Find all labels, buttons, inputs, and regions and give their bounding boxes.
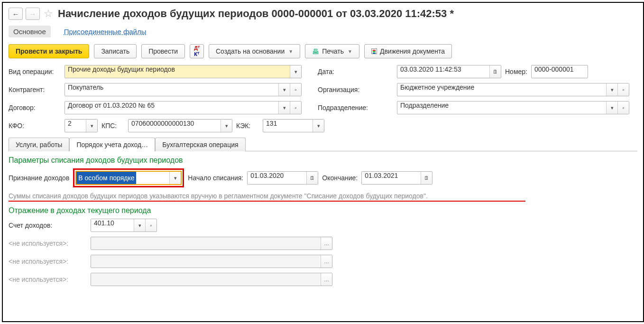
page-title: Начисление доходов будущих периодов 0000… — [58, 8, 454, 20]
tab-income-order[interactable]: Порядок учета доход… — [69, 138, 155, 151]
division-open[interactable]: ▫ — [617, 102, 629, 114]
division-label: Подразделение: — [318, 104, 379, 111]
create-based-label: Создать на основании — [216, 47, 285, 55]
unused-label-3: <не используется>: — [9, 276, 87, 283]
start-date-label: Начало списания: — [188, 174, 243, 182]
recognition-dropdown[interactable]: ▾ — [169, 172, 181, 184]
contragent-dropdown[interactable]: ▾ — [278, 83, 290, 96]
recognition-highlight: В особом порядке ▾ — [73, 168, 184, 187]
post-button[interactable]: Провести — [141, 44, 185, 58]
account-label: Счет доходов: — [9, 222, 87, 229]
date-input[interactable]: 03.03.2020 11:42:53 — [397, 65, 489, 78]
contract-label: Договор: — [9, 104, 61, 111]
op-type-label: Вид операции: — [9, 68, 61, 75]
end-date-input[interactable]: 01.03.2021 — [362, 172, 421, 184]
contract-open[interactable]: ▫ — [290, 102, 301, 114]
unused-label-2: <не используется>: — [9, 258, 87, 265]
print-button[interactable]: 🖶 Печать ▼ — [305, 44, 359, 58]
print-label: Печать — [322, 47, 344, 55]
chevron-down-icon: ▼ — [348, 49, 352, 54]
document-movements-button[interactable]: Движения документа — [364, 44, 452, 58]
printer-icon: 🖶 — [312, 47, 319, 56]
account-dropdown[interactable]: ▾ — [134, 219, 145, 231]
calendar-icon[interactable]: 🗓 — [421, 172, 432, 184]
contract-dropdown[interactable]: ▾ — [278, 102, 290, 114]
calendar-icon[interactable]: 🗓 — [489, 65, 501, 78]
document-icon — [371, 48, 377, 54]
debit-credit-button[interactable]: ДᵀКᵀ — [190, 44, 204, 58]
number-label: Номер: — [505, 68, 527, 75]
writeoff-note: Суммы списания доходов будущих периодов … — [9, 192, 428, 200]
division-dropdown[interactable]: ▾ — [606, 102, 617, 114]
favorite-star-icon[interactable]: ☆ — [44, 8, 53, 20]
unused-open-3[interactable]: … — [321, 273, 332, 286]
kps-input[interactable]: 07060000000000130 — [129, 120, 221, 132]
save-button[interactable]: Записать — [94, 44, 137, 58]
op-type-input[interactable]: Прочие доходы будущих периодов — [65, 65, 290, 78]
op-type-dropdown[interactable]: ▾ — [290, 65, 301, 78]
org-label: Организация: — [318, 86, 370, 93]
unused-open-1[interactable]: … — [321, 237, 332, 250]
number-input[interactable]: 0000-000001 — [532, 65, 588, 78]
unused-label-1: <не используется>: — [9, 240, 87, 247]
chevron-down-icon: ▼ — [288, 49, 293, 54]
back-button[interactable]: ← — [9, 8, 23, 20]
movements-label: Движения документа — [380, 47, 445, 55]
end-date-label: Окончание: — [322, 174, 358, 182]
unused-input-1 — [91, 237, 321, 250]
forward-button[interactable]: → — [26, 8, 40, 20]
date-label: Дата: — [318, 68, 342, 75]
account-input[interactable]: 401.10 — [91, 219, 134, 231]
calendar-icon[interactable]: 🗓 — [306, 172, 318, 184]
contragent-input[interactable]: Покупатель — [65, 83, 278, 96]
kfo-input[interactable]: 2 — [65, 120, 86, 132]
division-input[interactable]: Подразделение — [397, 102, 606, 114]
tab-accounting-op[interactable]: Бухгалтерская операция — [155, 138, 245, 151]
kek-dropdown[interactable]: ▾ — [313, 120, 324, 132]
start-date-input[interactable]: 01.03.2020 — [248, 172, 306, 184]
create-based-on-button[interactable]: Создать на основании ▼ — [209, 44, 300, 58]
org-dropdown[interactable]: ▾ — [606, 83, 617, 96]
unused-input-3 — [91, 273, 321, 286]
subtab-files[interactable]: Присоединенные файлы — [59, 26, 151, 37]
kek-label: КЭК: — [236, 122, 259, 130]
subtab-main[interactable]: Основное — [9, 26, 51, 37]
kfo-dropdown[interactable]: ▾ — [86, 120, 97, 132]
tab-services[interactable]: Услуги, работы — [9, 138, 69, 151]
contract-input[interactable]: Договор от 01.03.2020 № 65 — [65, 102, 278, 114]
contragent-open[interactable]: ▫ — [290, 83, 301, 96]
contragent-label: Контрагент: — [9, 86, 61, 93]
kek-input[interactable]: 131 — [263, 120, 313, 132]
kfo-label: КФО: — [9, 122, 61, 130]
debit-credit-icon: ДᵀКᵀ — [194, 45, 200, 57]
params-section-title: Параметры списания доходов будущих перио… — [9, 156, 637, 165]
account-open[interactable]: ▫ — [145, 219, 156, 231]
org-input[interactable]: Бюджетное учреждение — [397, 83, 606, 96]
kps-label: КПС: — [101, 122, 124, 130]
recognition-input[interactable]: В особом порядке — [76, 172, 136, 184]
post-and-close-button[interactable]: Провести и закрыть — [9, 44, 89, 58]
unused-input-2 — [91, 255, 321, 268]
recognition-label: Признание доходов — [9, 174, 69, 182]
unused-open-2[interactable]: … — [321, 255, 332, 268]
current-period-section-title: Отражение в доходах текущего периода — [9, 206, 637, 215]
org-open[interactable]: ▫ — [617, 83, 629, 96]
kps-dropdown[interactable]: ▾ — [221, 120, 232, 132]
